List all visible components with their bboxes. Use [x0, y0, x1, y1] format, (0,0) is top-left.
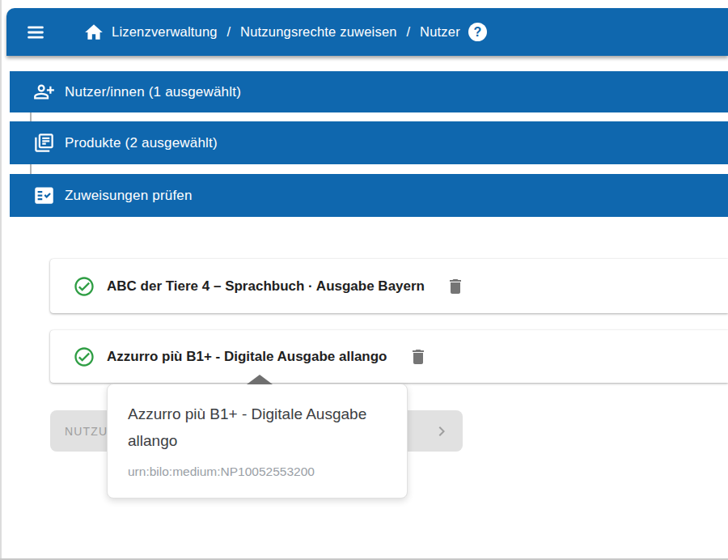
product-title: ABC der Tiere 4 – Sprachbuch · Ausgabe B…	[107, 278, 425, 295]
step-products[interactable]: Produkte (2 ausgewählt)	[10, 121, 728, 164]
product-card: Azzurro più B1+ - Digitale Ausgabe allan…	[50, 330, 728, 383]
page-left-border	[0, 0, 2, 560]
breadcrumb-item-nutzungsrechte-zuweisen[interactable]: Nutzungsrechte zuweisen	[240, 24, 397, 39]
library-books-icon	[33, 132, 55, 154]
step-connector-line	[30, 112, 32, 121]
product-tooltip: Azzurro più B1+ - Digitale Ausgabe allan…	[107, 384, 408, 498]
menu-icon	[25, 22, 46, 43]
help-icon: ?	[473, 25, 481, 39]
home-icon	[83, 22, 104, 43]
tooltip-product-urn: urn:bilo:medium:NP10052553200	[128, 465, 387, 479]
home-button[interactable]	[83, 21, 105, 44]
tooltip-arrow-icon	[247, 375, 273, 384]
menu-button[interactable]	[24, 21, 47, 44]
breadcrumb-separator: /	[406, 24, 410, 39]
delete-icon[interactable]	[408, 347, 428, 367]
step-connector-line	[30, 164, 32, 174]
chevron-right-icon	[432, 422, 451, 441]
tooltip-product-title: Azzurro più B1+ - Digitale Ausgabe allan…	[128, 401, 387, 454]
breadcrumb-item-lizenzverwaltung[interactable]: Lizenzverwaltung	[112, 24, 218, 39]
fact-check-icon	[33, 185, 55, 206]
check-circle-icon	[73, 346, 95, 368]
step-users[interactable]: Nutzer/innen (1 ausgewählt)	[10, 71, 728, 112]
license-management-page: Lizenzverwaltung / Nutzungsrechte zuweis…	[0, 0, 728, 560]
step-label: Produkte (2 ausgewählt)	[65, 135, 218, 151]
help-button[interactable]: ?	[468, 23, 487, 41]
breadcrumb-separator: /	[227, 24, 231, 39]
product-card: ABC der Tiere 4 – Sprachbuch · Ausgabe B…	[50, 259, 728, 313]
person-add-icon	[33, 81, 55, 103]
breadcrumb-item-nutzer[interactable]: Nutzer	[420, 24, 460, 39]
product-title: Azzurro più B1+ - Digitale Ausgabe allan…	[107, 349, 387, 365]
step-label: Zuweisungen prüfen	[65, 188, 193, 204]
breadcrumb: Lizenzverwaltung / Nutzungsrechte zuweis…	[112, 24, 460, 40]
delete-icon[interactable]	[446, 277, 465, 296]
app-header: Lizenzverwaltung / Nutzungsrechte zuweis…	[6, 8, 728, 56]
check-circle-icon	[73, 275, 95, 298]
step-label: Nutzer/innen (1 ausgewählt)	[65, 84, 241, 100]
step-review-assignments[interactable]: Zuweisungen prüfen	[10, 174, 728, 217]
